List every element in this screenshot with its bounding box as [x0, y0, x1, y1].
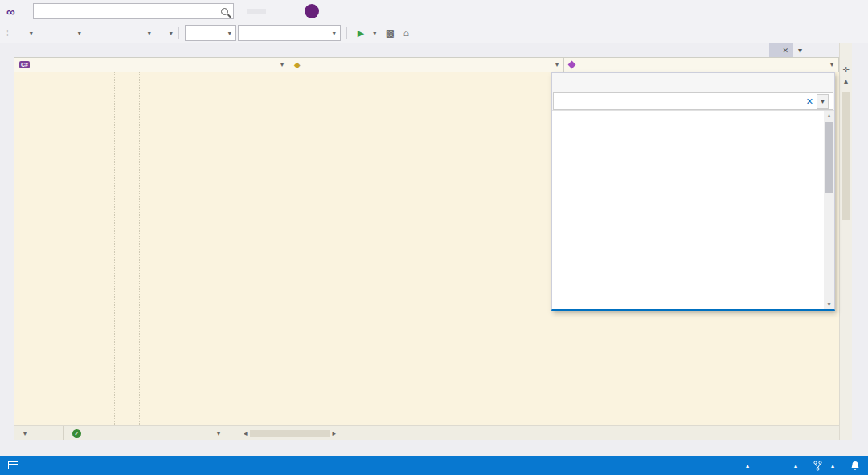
search-icon	[221, 8, 228, 15]
quick-search-input[interactable]	[33, 3, 234, 19]
save-all-button[interactable]	[115, 25, 129, 41]
toolbar: ⁞ ▾ ▾ ▾ ▾ ▾ ▾ ▶ ▾ ▩ ⌂	[0, 23, 868, 43]
navigation-bar: C# ▾ ◆ ▾ ▾	[14, 57, 839, 72]
account-avatar[interactable]	[305, 4, 319, 18]
navigate-back-button[interactable]	[13, 25, 27, 41]
search-options-dropdown[interactable]: ▾	[817, 94, 829, 109]
new-file-dropdown[interactable]: ▾	[78, 30, 81, 37]
save-button[interactable]	[99, 25, 113, 41]
popup-scroll-down-icon[interactable]: ▾	[824, 301, 834, 308]
class-icon: ◆	[294, 60, 301, 69]
title-bar: ∞	[0, 0, 868, 23]
indent-guide	[139, 72, 140, 425]
clear-search-icon[interactable]: ✕	[803, 96, 817, 107]
vertical-scroll-thumb[interactable]	[842, 92, 850, 220]
horizontal-scrollbar[interactable]: ◂ ▸	[241, 429, 338, 437]
new-file-button[interactable]	[61, 25, 76, 41]
preview-window-icon	[8, 461, 18, 469]
close-button[interactable]	[379, 0, 406, 23]
visual-studio-logo-icon: ∞	[6, 5, 15, 18]
splitter-icon[interactable]: ✛	[840, 64, 852, 76]
start-debugging-button[interactable]: ▶ ▾	[353, 28, 381, 39]
horizontal-scroll-thumb[interactable]	[250, 430, 330, 437]
status-bar: ▴ ▴ ▴	[0, 456, 868, 475]
health-check-icon: ✓	[72, 429, 81, 438]
popup-scroll-up-icon[interactable]: ▴	[824, 112, 834, 119]
popup-scroll-thumb[interactable]	[825, 122, 833, 193]
member-dropdown[interactable]: ▾	[564, 58, 838, 72]
maximize-button[interactable]	[351, 0, 379, 23]
zoom-selector[interactable]: ▾	[14, 426, 64, 440]
solution-platform-combo[interactable]: ▾	[238, 25, 341, 41]
type-dropdown[interactable]: ◆ ▾	[289, 58, 564, 72]
indent-guide	[114, 72, 115, 425]
method-icon	[568, 61, 576, 69]
diff-margin-icon[interactable]: ▾	[214, 430, 220, 437]
active-files-dropdown-icon[interactable]: ▾	[798, 46, 802, 55]
undo-button[interactable]	[131, 25, 145, 41]
minimize-button[interactable]	[324, 0, 351, 23]
navigate-forward-button[interactable]	[35, 25, 49, 41]
project-dropdown[interactable]: C# ▾	[14, 58, 289, 72]
find-in-files-button[interactable]: ▩	[383, 25, 397, 41]
scroll-up-icon[interactable]: ▴	[840, 76, 852, 87]
vertical-scrollbar[interactable]: ✛ ▴	[839, 43, 852, 440]
solution-explorer-sync-button[interactable]: ⌂	[399, 25, 413, 41]
right-tool-strip	[852, 43, 868, 440]
popup-scrollbar[interactable]: ▴ ▾	[824, 111, 834, 309]
play-icon: ▶	[358, 28, 364, 39]
csharp-project-icon: C#	[19, 61, 30, 68]
go-to-all-popup: ✕ ▾ ▴ ▾	[551, 72, 835, 311]
repository-button[interactable]: ▴	[785, 462, 797, 469]
window-title	[247, 9, 266, 14]
toolbar-grip: ⁞	[6, 29, 8, 38]
undo-dropdown[interactable]: ▾	[148, 30, 151, 37]
left-tool-strip	[0, 43, 14, 440]
close-tab-icon[interactable]: ✕	[782, 47, 788, 55]
git-branch-icon	[813, 461, 822, 471]
redo-button[interactable]	[153, 25, 167, 41]
go-to-search-input[interactable]: ✕ ▾	[553, 92, 833, 110]
solution-configuration-combo[interactable]: ▾	[185, 25, 236, 41]
tab-task-cs[interactable]: ✕	[769, 43, 793, 57]
scroll-left-icon[interactable]: ◂	[241, 429, 250, 437]
code-health-indicator[interactable]: ✓	[64, 429, 93, 438]
document-tab-row: ✕ ▾	[14, 43, 839, 57]
open-file-button[interactable]	[83, 25, 97, 41]
bottom-panel-tabs	[0, 440, 868, 456]
editor-bottom-bar: ▾ ✓ ▾ ◂ ▸	[14, 425, 839, 440]
redo-dropdown[interactable]: ▾	[170, 30, 173, 37]
bell-icon	[850, 461, 860, 471]
outgoing-commits-button[interactable]: ▴	[737, 462, 749, 469]
text-caret	[559, 96, 559, 107]
scroll-right-icon[interactable]: ▸	[330, 429, 339, 437]
navigate-back-dropdown[interactable]: ▾	[30, 30, 33, 37]
notifications-bell-button[interactable]	[850, 461, 860, 471]
git-branch-button[interactable]: ▴	[813, 461, 834, 471]
